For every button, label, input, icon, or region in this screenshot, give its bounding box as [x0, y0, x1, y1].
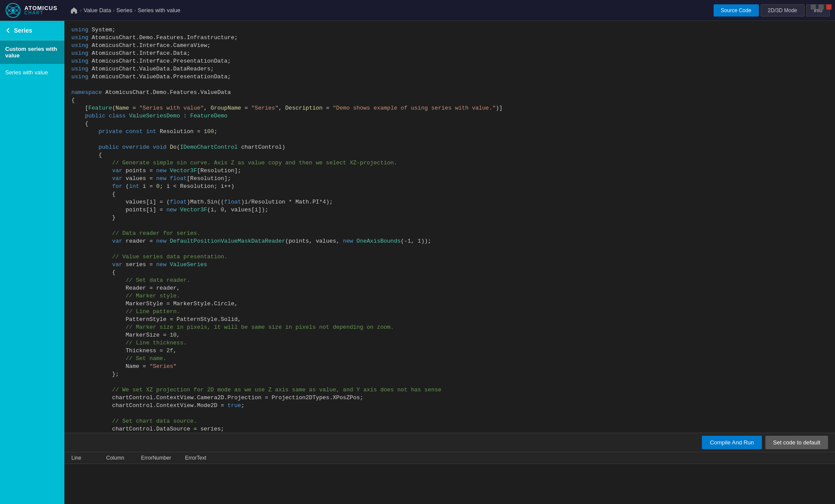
code-line-1: using System; [71, 26, 828, 34]
breadcrumb-sep-3: › [134, 7, 136, 13]
back-arrow-icon [5, 27, 11, 33]
code-line-43: // Set name. [71, 355, 828, 363]
code-line-38: PatternStyle = PatternStyle.Solid, [71, 316, 828, 324]
code-line-31: var series = new ValueSeries [71, 261, 828, 269]
code-line-40: MarkerSize = 10, [71, 331, 828, 339]
maximize-icon[interactable] [818, 4, 824, 10]
code-area: using System; using AtomicusChart.Demo.F… [64, 21, 835, 504]
code-line-34: Reader = reader, [71, 284, 828, 292]
code-line-7: using AtomicusChart.ValueData.Presentati… [71, 73, 828, 81]
sidebar-item-custom-series[interactable]: Custom series with value [0, 40, 64, 64]
logo-area: ATOMICUS CHART [5, 3, 70, 18]
code-line-25: } [71, 214, 828, 222]
header: ATOMICUS CHART › Value Data › Series › S… [0, 0, 835, 21]
bottom-toolbar: Compile And Run Set code to default [64, 433, 835, 452]
close-icon[interactable] [826, 4, 832, 10]
col-column: Column [99, 455, 134, 461]
code-line-13: { [71, 120, 828, 128]
sidebar-item-series-with-value-label: Series with value [5, 69, 48, 76]
code-line-19: var points = new Vector3F[Resolution]; [71, 167, 828, 175]
2d3d-mode-button[interactable]: 2D/3D Mode [761, 4, 805, 17]
code-line-5: using AtomicusChart.Interface.Presentati… [71, 57, 828, 65]
col-error-number: ErrorNumber [134, 455, 178, 461]
code-line-49: chartControl.ContextView.Mode2D = true; [71, 402, 828, 410]
code-line-22: { [71, 190, 828, 198]
code-line-48: chartControl.ContextView.Camera2D.Projec… [71, 394, 828, 402]
breadcrumb: › Value Data › Series › Series with valu… [70, 6, 714, 15]
code-line-14: private const int Resolution = 100; [71, 128, 828, 136]
breadcrumb-sep-2: › [113, 7, 114, 13]
code-line-51: // Set chart data source. [71, 417, 828, 425]
code-line-45: }; [71, 370, 828, 378]
source-code-button[interactable]: Source Code [714, 4, 759, 17]
code-line-30: // Value series data presentation. [71, 253, 828, 261]
code-line-47: // We set XZ projection for 2D mode as w… [71, 386, 828, 394]
code-line-16: public override void Do(IDemoChartContro… [71, 144, 828, 151]
code-line-52: chartControl.DataSource = series; [71, 425, 828, 433]
code-line-37: // Line pattern. [71, 308, 828, 316]
code-line-46 [71, 378, 828, 386]
sidebar: Series Custom series with value Series w… [0, 21, 64, 504]
sidebar-back-label: Series [14, 27, 32, 34]
code-line-11: [Feature(Name = "Series with value", Gro… [71, 104, 828, 112]
breadcrumb-current: Series with value [137, 7, 180, 13]
atomicus-logo-icon [5, 3, 21, 18]
home-icon[interactable] [70, 6, 78, 15]
code-line-42: Thickness = 2f, [71, 347, 828, 355]
code-line-35: // Marker style. [71, 292, 828, 300]
code-line-50 [71, 410, 828, 417]
main-layout: Series Custom series with value Series w… [0, 21, 835, 504]
window-controls [811, 4, 832, 10]
code-line-33: // Set data reader. [71, 277, 828, 284]
set-code-default-button[interactable]: Set code to default [765, 436, 828, 449]
code-line-8 [71, 81, 828, 89]
code-line-36: MarkerStyle = MarkerStyle.Circle, [71, 300, 828, 308]
code-line-41: // Line thickness. [71, 339, 828, 347]
code-content: using System; using AtomicusChart.Demo.F… [64, 24, 835, 433]
code-line-20: var values = new float[Resolution]; [71, 175, 828, 183]
code-scroll[interactable]: using System; using AtomicusChart.Demo.F… [64, 21, 835, 433]
code-line-4: using AtomicusChart.Interface.Data; [71, 50, 828, 57]
sidebar-item-custom-series-label: Custom series with value [5, 46, 57, 59]
code-line-24: points[i] = new Vector3F(i, 0, values[i]… [71, 206, 828, 214]
code-line-9: namespace AtomicusChart.Demo.Features.Va… [71, 89, 828, 97]
col-line: Line [64, 455, 99, 461]
code-line-26 [71, 222, 828, 230]
error-table-area: Line Column ErrorNumber ErrorText [64, 452, 835, 504]
code-line-28: var reader = new DefaultPositionValueMas… [71, 237, 828, 245]
minimize-icon[interactable] [811, 4, 816, 10]
code-line-17: { [71, 151, 828, 159]
code-line-6: using AtomicusChart.ValueData.DataReader… [71, 65, 828, 73]
sidebar-item-series-with-value[interactable]: Series with value [0, 64, 64, 81]
code-line-29 [71, 245, 828, 253]
breadcrumb-series[interactable]: Series [116, 7, 132, 13]
logo-text: ATOMICUS CHART [24, 5, 57, 15]
code-line-2: using AtomicusChart.Demo.Features.Infras… [71, 34, 828, 42]
error-table-header: Line Column ErrorNumber ErrorText [64, 452, 835, 464]
code-line-21: for (int i = 0; i < Resolution; i++) [71, 183, 828, 190]
code-line-27: // Data reader for series. [71, 230, 828, 237]
code-line-32: { [71, 269, 828, 277]
code-line-18: // Generate simple sin curve. Axis Z as … [71, 159, 828, 167]
compile-and-run-button[interactable]: Compile And Run [702, 436, 761, 449]
code-line-12: public class ValueSeriesDemo : FeatureDe… [71, 112, 828, 120]
col-error-text: ErrorText [178, 455, 213, 461]
code-line-3: using AtomicusChart.Interface.CameraView… [71, 42, 828, 50]
code-line-23: values[i] = (float)Math.Sin((float)i/Res… [71, 198, 828, 206]
svg-point-1 [11, 9, 14, 12]
code-line-39: // Marker size in pixels, it will be sam… [71, 324, 828, 331]
code-line-15 [71, 136, 828, 144]
logo-sub: CHART [24, 11, 57, 15]
breadcrumb-sep-1: › [80, 7, 82, 13]
sidebar-back-button[interactable]: Series [0, 21, 64, 40]
code-line-10: { [71, 97, 828, 104]
code-line-44: Name = "Series" [71, 363, 828, 370]
breadcrumb-value-data[interactable]: Value Data [84, 7, 111, 13]
